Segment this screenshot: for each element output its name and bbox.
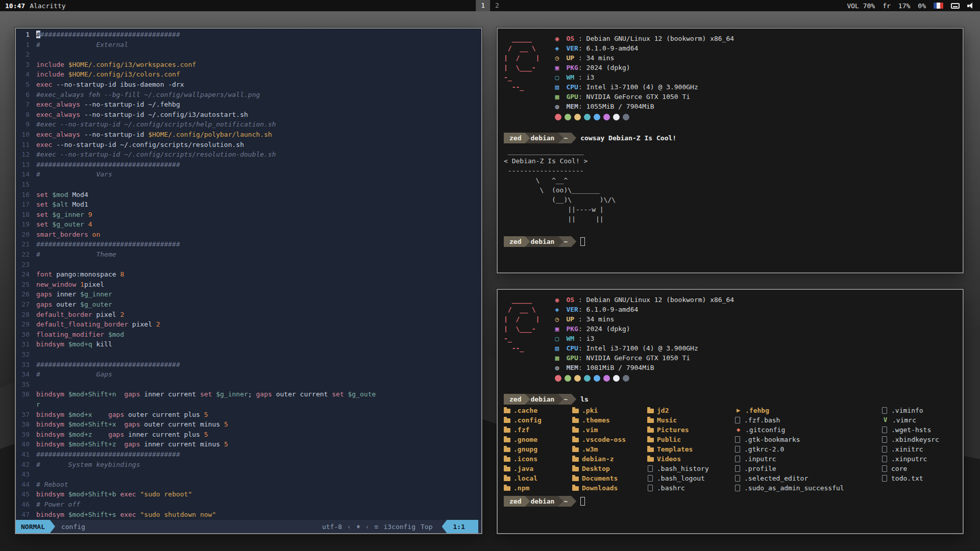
line-number: 10 bbox=[18, 130, 36, 140]
code-line: 19set $g_outer 4 bbox=[18, 219, 481, 230]
code-line: 24font pango:monospace 8 bbox=[18, 269, 481, 280]
prompt-segment-debian: debian bbox=[525, 394, 563, 405]
volume-module[interactable]: VOL 70% bbox=[847, 2, 875, 10]
terminal-color-dots bbox=[555, 375, 734, 382]
terminal-bottom-body[interactable]: _____ / __ \ | / | | \___- -_ --_ ◉OS : … bbox=[498, 290, 963, 533]
file-name: .pki bbox=[582, 406, 598, 415]
file-entry: Downloads bbox=[572, 483, 647, 493]
code-line: 35 bbox=[18, 380, 481, 390]
file-icon bbox=[735, 446, 740, 453]
gpu-icon: ▦ bbox=[555, 353, 566, 363]
cowsay-output: ___________________ < Debian-Z Is Cool! … bbox=[504, 146, 957, 224]
line-number: 25 bbox=[18, 280, 36, 290]
line-number: 27 bbox=[18, 299, 36, 310]
code-line: 1# External bbox=[18, 40, 481, 50]
color-dot bbox=[574, 375, 581, 382]
code-line: 1#################################### bbox=[18, 30, 481, 40]
mem-icon: ◍ bbox=[555, 363, 566, 372]
os-icon: ◉ bbox=[555, 34, 566, 43]
code-line: 33#################################### bbox=[18, 360, 481, 370]
file-name: .local bbox=[513, 473, 537, 483]
code-line: 12#exec --no-startup-id ~/.config/script… bbox=[18, 149, 481, 160]
file-name: .gtkrc-2.0 bbox=[744, 444, 784, 454]
cursor-position-badge: 1:1 bbox=[442, 520, 478, 533]
fetch-info-row: ▢WM : i3 bbox=[555, 72, 734, 82]
fetch-info-row: ◍MEM: 1081MiB / 7904MiB bbox=[555, 363, 734, 372]
line-number: 12 bbox=[18, 149, 36, 160]
code-line: 32 bbox=[18, 349, 481, 360]
speaker-icon[interactable] bbox=[967, 3, 975, 9]
line-number: 26 bbox=[18, 289, 36, 299]
separator-icon: ‹ bbox=[365, 523, 370, 531]
line-number: 28 bbox=[18, 310, 36, 320]
up-icon: ◷ bbox=[555, 314, 566, 324]
command-text: ls bbox=[580, 394, 589, 404]
prompt-segment-zed: zed bbox=[504, 496, 530, 507]
line-number: 39 bbox=[18, 430, 36, 440]
folder-icon bbox=[572, 447, 579, 452]
file-name: .vim bbox=[582, 425, 598, 435]
line-number: 15 bbox=[18, 180, 36, 190]
encoding-label: utf-8 bbox=[322, 523, 342, 531]
workspace-1-button[interactable]: 1 bbox=[476, 0, 490, 11]
file-name: .profile bbox=[744, 464, 776, 473]
folder-icon bbox=[504, 457, 510, 462]
list-icon: ≡ bbox=[375, 523, 379, 531]
fetch-info: ◉OS : Debian GNU/Linux 12 (bookworm) x86… bbox=[555, 34, 734, 111]
terminal-top-body[interactable]: _____ / __ \ | / | | \___- -_ --_ ◉OS : … bbox=[498, 29, 963, 272]
fetch-info-row: ▣PKG: 2024 (dpkg) bbox=[555, 63, 734, 72]
file-name: .vscode-oss bbox=[582, 435, 626, 444]
terminal-cursor[interactable] bbox=[580, 497, 585, 506]
file-name: Templates bbox=[657, 444, 693, 454]
file-entry: .bash_logout bbox=[647, 473, 734, 483]
cpu-module: 17% bbox=[898, 2, 910, 10]
workspace-2-button[interactable]: 2 bbox=[490, 0, 504, 11]
file-entry: .bashrc bbox=[647, 483, 734, 493]
file-entry: .xinputrc bbox=[881, 454, 957, 464]
line-number: 16 bbox=[18, 190, 36, 200]
line-number: 30 bbox=[18, 330, 36, 340]
shell-prompt: zeddebian~ bbox=[504, 394, 571, 405]
line-number: 46 bbox=[18, 499, 36, 510]
line-number bbox=[18, 399, 36, 410]
code-line: 10exec_always --no-startup-id $HOME/.con… bbox=[18, 130, 481, 140]
code-line: 9#exec --no-startup-id ~/.config/scripts… bbox=[18, 119, 481, 130]
terminal-cursor[interactable] bbox=[580, 237, 585, 246]
color-dot bbox=[555, 375, 561, 382]
fetch-info-row: ◍MEM: 1055MiB / 7904MiB bbox=[555, 102, 734, 111]
file-icon bbox=[735, 456, 740, 462]
code-line: 42# System keybindings bbox=[18, 460, 481, 470]
fetch-info-row: ▢WM : i3 bbox=[555, 334, 734, 343]
prompt-segment-debian: debian bbox=[525, 496, 563, 507]
color-dot bbox=[613, 375, 620, 382]
shell-prompt: zeddebian~ bbox=[504, 496, 571, 507]
editor-lines[interactable]: 1####################################1# … bbox=[16, 29, 481, 520]
file-name: .bashrc bbox=[657, 483, 685, 493]
cpu-icon: ▤ bbox=[555, 82, 566, 92]
file-icon bbox=[735, 436, 740, 443]
file-entry: .vscode-oss bbox=[572, 435, 647, 444]
file-name: Public bbox=[657, 435, 681, 444]
file-name: .npm bbox=[513, 483, 529, 493]
folder-icon bbox=[504, 438, 510, 442]
folder-icon bbox=[504, 428, 510, 433]
color-dot bbox=[584, 114, 591, 120]
folder-icon bbox=[504, 447, 510, 452]
file-icon bbox=[882, 465, 887, 472]
folder-icon bbox=[572, 418, 579, 423]
line-number: 17 bbox=[18, 199, 36, 210]
keyboard-layout-module[interactable]: fr bbox=[883, 2, 891, 10]
file-entry: .profile bbox=[734, 464, 881, 473]
line-number: 34 bbox=[18, 369, 36, 380]
code-line: 16set $mod Mod4 bbox=[18, 190, 481, 200]
color-dot bbox=[594, 114, 600, 120]
line-number: 14 bbox=[18, 169, 36, 180]
ls-output: .cache.config.fzf.gnome.gnupg.icons.java… bbox=[504, 406, 957, 493]
color-dot bbox=[584, 375, 591, 382]
file-name: .inputrc bbox=[744, 454, 776, 464]
file-icon bbox=[882, 407, 887, 414]
file-entry: ◆.gitconfig bbox=[734, 425, 881, 435]
folder-icon bbox=[647, 409, 654, 413]
folder-icon bbox=[572, 438, 579, 442]
fetch-info-row: ◉OS : Debian GNU/Linux 12 (bookworm) x86… bbox=[555, 295, 734, 305]
